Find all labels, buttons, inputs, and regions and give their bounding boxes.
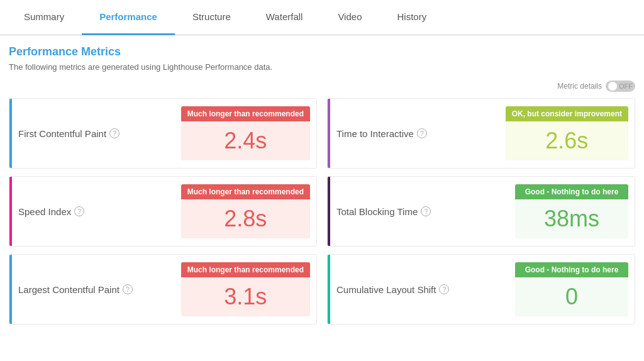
metric-body-tti: Time to Interactive?OK, but consider imp… <box>330 99 635 168</box>
metric-body-lcp: Largest Contentful Paint?Much longer tha… <box>12 255 316 324</box>
metric-status-label-tbt: Good - Nothing to do here <box>515 184 628 199</box>
metric-value-box-lcp: Much longer than recommended3.1s <box>181 262 310 316</box>
metric-name-lcp: Largest Contentful Paint? <box>18 284 133 295</box>
metric-body-cls: Cumulative Layout Shift?Good - Nothing t… <box>330 255 635 324</box>
metric-label-cls: Cumulative Layout Shift <box>336 284 436 295</box>
metric-card-lcp: Largest Contentful Paint?Much longer tha… <box>9 254 317 325</box>
metric-details-toggle[interactable]: OFF <box>606 81 635 92</box>
metric-value-tbt: 38ms <box>515 199 628 238</box>
metric-value-box-tbt: Good - Nothing to do here38ms <box>515 184 628 238</box>
metric-body-tbt: Total Blocking Time?Good - Nothing to do… <box>330 177 635 246</box>
metrics-grid: First Contentful Paint?Much longer than … <box>9 98 635 325</box>
metric-label-fcp: First Contentful Paint <box>18 128 106 139</box>
metric-value-cls: 0 <box>515 277 628 316</box>
metric-details-row: Metric details OFF <box>9 81 635 92</box>
metric-status-label-cls: Good - Nothing to do here <box>515 262 628 277</box>
metric-label-tti: Time to Interactive <box>336 128 414 139</box>
metric-name-tti: Time to Interactive? <box>336 128 427 139</box>
help-icon-cls[interactable]: ? <box>439 284 449 294</box>
metric-card-cls: Cumulative Layout Shift?Good - Nothing t… <box>327 254 635 325</box>
main-content: Performance Metrics The following metric… <box>0 35 644 335</box>
metric-status-label-fcp: Much longer than recommended <box>181 106 310 121</box>
help-icon-lcp[interactable]: ? <box>123 284 133 294</box>
metric-value-box-si: Much longer than recommended2.8s <box>181 184 310 238</box>
tab-waterfall[interactable]: Waterfall <box>248 0 321 35</box>
metric-card-si: Speed Index?Much longer than recommended… <box>9 176 317 247</box>
tab-summary[interactable]: Summary <box>6 0 82 35</box>
section-description: The following metrics are generated usin… <box>9 62 635 72</box>
toggle-label: OFF <box>619 82 633 90</box>
metric-label-tbt: Total Blocking Time <box>336 206 418 217</box>
metric-status-label-tti: OK, but consider improvement <box>506 106 628 121</box>
tab-performance[interactable]: Performance <box>82 0 175 35</box>
help-icon-fcp[interactable]: ? <box>109 128 119 138</box>
metric-value-fcp: 2.4s <box>181 121 310 160</box>
tab-structure[interactable]: Structure <box>175 0 248 35</box>
metric-card-tti: Time to Interactive?OK, but consider imp… <box>327 98 635 169</box>
metric-value-si: 2.8s <box>181 199 310 238</box>
metric-card-tbt: Total Blocking Time?Good - Nothing to do… <box>327 176 635 247</box>
metric-label-si: Speed Index <box>18 206 71 217</box>
metric-value-box-fcp: Much longer than recommended2.4s <box>181 106 310 160</box>
metric-card-fcp: First Contentful Paint?Much longer than … <box>9 98 317 169</box>
help-icon-tbt[interactable]: ? <box>421 206 431 216</box>
metric-body-fcp: First Contentful Paint?Much longer than … <box>12 99 316 168</box>
metric-value-tti: 2.6s <box>506 121 628 160</box>
metric-name-cls: Cumulative Layout Shift? <box>336 284 449 295</box>
metric-details-label: Metric details <box>557 82 602 91</box>
metric-body-si: Speed Index?Much longer than recommended… <box>12 177 316 246</box>
section-title: Performance Metrics <box>9 45 635 58</box>
metric-value-box-cls: Good - Nothing to do here0 <box>515 262 628 316</box>
metric-value-box-tti: OK, but consider improvement2.6s <box>506 106 628 160</box>
tab-history[interactable]: History <box>379 0 444 35</box>
toggle-knob <box>608 82 617 91</box>
metric-name-si: Speed Index? <box>18 206 84 217</box>
help-icon-tti[interactable]: ? <box>417 128 427 138</box>
metric-label-lcp: Largest Contentful Paint <box>18 284 119 295</box>
metric-status-label-si: Much longer than recommended <box>181 184 310 199</box>
metric-value-lcp: 3.1s <box>181 277 310 316</box>
metric-name-tbt: Total Blocking Time? <box>336 206 431 217</box>
help-icon-si[interactable]: ? <box>74 206 84 216</box>
tab-video[interactable]: Video <box>320 0 379 35</box>
tab-bar: SummaryPerformanceStructureWaterfallVide… <box>0 0 644 35</box>
metric-status-label-lcp: Much longer than recommended <box>181 262 310 277</box>
metric-name-fcp: First Contentful Paint? <box>18 128 119 139</box>
